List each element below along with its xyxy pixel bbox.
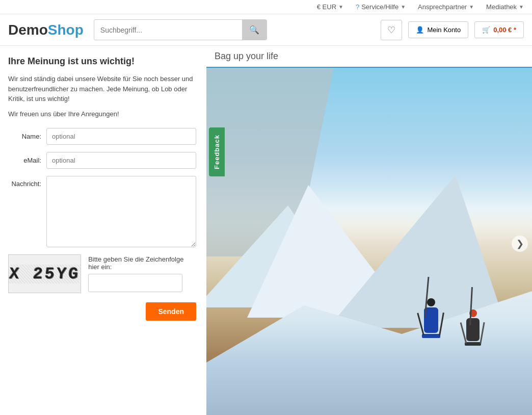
currency-chevron-icon: ▼: [338, 4, 343, 10]
user-icon: 👤: [416, 26, 424, 34]
main-layout: Ihre Meinung ist uns wichtig! Wir sind s…: [0, 46, 532, 415]
chevron-right-icon: ❯: [516, 238, 524, 249]
contact-label: Ansprechpartner: [418, 3, 467, 11]
captcha-image: X 25YG: [8, 254, 81, 293]
service-label: Service/Hilfe: [361, 3, 398, 11]
hero-banner: Bag up your life: [206, 46, 532, 68]
search-bar: 🔍: [94, 19, 267, 40]
header-actions: ♡ 👤 Mein Konto 🛒 0,00 € *: [381, 20, 524, 40]
skier-1: [422, 298, 440, 338]
account-label: Mein Konto: [427, 26, 461, 34]
search-button[interactable]: 🔍: [242, 20, 267, 40]
email-label: eMail:: [8, 157, 46, 164]
media-label: Mediathek: [486, 3, 517, 11]
hero-next-button[interactable]: ❯: [512, 236, 528, 252]
send-row: Senden: [8, 302, 196, 321]
search-input[interactable]: [94, 21, 242, 39]
snow-peak-3: [328, 175, 507, 328]
contact-chevron-icon: ▼: [469, 4, 474, 10]
header: DemoShop 🔍 ♡ 👤 Mein Konto 🛒 0,00 € *: [0, 14, 532, 46]
service-chevron-icon: ▼: [401, 4, 406, 10]
message-label: Nachricht:: [8, 176, 46, 188]
hero-banner-text: Bag up your life: [215, 51, 278, 61]
hero-area: Bag up your life: [206, 46, 532, 415]
email-input[interactable]: [46, 152, 196, 169]
top-bar: € EUR ▼ ? Service/Hilfe ▼ Ansprechpartne…: [0, 0, 532, 14]
contact-menu[interactable]: Ansprechpartner ▼: [418, 3, 474, 11]
heart-icon: ♡: [387, 25, 395, 35]
captcha-input[interactable]: [88, 274, 182, 292]
name-label: Name:: [8, 133, 46, 140]
logo-shop-text: Shop: [48, 22, 84, 38]
captcha-text: X 25YG: [8, 265, 81, 283]
service-menu[interactable]: ? Service/Hilfe ▼: [356, 3, 406, 11]
captcha-right: Bitte geben Sie die Zeichenfolge hier ei…: [88, 255, 196, 292]
message-row: Nachricht:: [8, 176, 196, 247]
feedback-description: Wir sind ständig dabei unsere Website fü…: [8, 74, 196, 104]
account-button[interactable]: 👤 Mein Konto: [408, 21, 468, 38]
currency-selector[interactable]: € EUR ▼: [317, 3, 343, 11]
logo-demo-text: Demo: [8, 22, 48, 38]
cart-icon: 🛒: [482, 26, 490, 34]
logo[interactable]: DemoShop: [8, 22, 84, 38]
captcha-instruction: Bitte geben Sie die Zeichenfolge hier ei…: [88, 255, 196, 271]
wishlist-button[interactable]: ♡: [381, 20, 402, 40]
email-row: eMail:: [8, 152, 196, 169]
captcha-row: X 25YG Bitte geben Sie die Zeichenfolge …: [8, 254, 196, 293]
cart-price: 0,00 € *: [493, 26, 516, 34]
send-button[interactable]: Senden: [146, 302, 196, 321]
feedback-welcome: Wir freuen uns über Ihre Anregungen!: [8, 109, 196, 119]
feedback-tab[interactable]: Feedback: [209, 127, 225, 176]
skier-2: [465, 309, 481, 346]
feedback-panel: Ihre Meinung ist uns wichtig! Wir sind s…: [0, 46, 206, 415]
feedback-title: Ihre Meinung ist uns wichtig!: [8, 56, 196, 67]
name-input[interactable]: [46, 128, 196, 145]
media-menu[interactable]: Mediathek ▼: [486, 3, 524, 11]
media-chevron-icon: ▼: [519, 4, 524, 10]
service-help-icon: ?: [356, 3, 359, 11]
currency-label: € EUR: [317, 3, 336, 11]
cart-button[interactable]: 🛒 0,00 € *: [474, 21, 524, 38]
name-row: Name:: [8, 128, 196, 145]
hero-image: ❯: [206, 68, 532, 415]
message-textarea[interactable]: [46, 176, 196, 247]
